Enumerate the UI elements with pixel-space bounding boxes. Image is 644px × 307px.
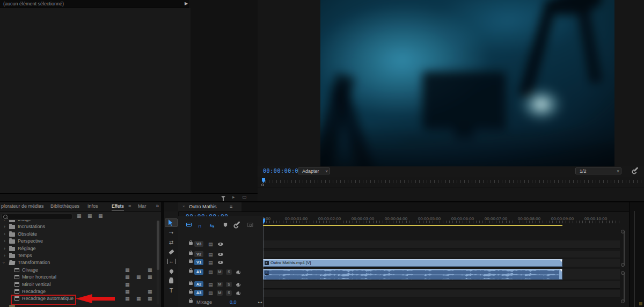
voiceover-mic-icon[interactable]	[237, 283, 239, 286]
effects-folder-image[interactable]: ›Image	[0, 220, 160, 223]
voiceover-mic-icon[interactable]	[237, 291, 239, 295]
add-marker-icon[interactable]	[224, 223, 228, 227]
tab-plorateur-de-m-dias[interactable]: plorateur de médias	[1, 203, 44, 209]
effect-item-miroir-horizontal[interactable]: Miroir horizontal▦▦▦	[0, 274, 160, 281]
yuv-effects-filter-icon[interactable]: ▦	[98, 213, 103, 220]
tab-infos[interactable]: Infos	[87, 203, 98, 209]
track-lane-a3[interactable]	[263, 290, 620, 297]
panel-grip[interactable]	[634, 211, 635, 307]
effect-item-miroir-vertical[interactable]: Miroir vertical▦	[0, 281, 160, 288]
sync-lock-icon[interactable]: ▤	[208, 252, 213, 257]
tool-hand[interactable]	[164, 276, 178, 285]
solo-button[interactable]: S	[226, 290, 232, 296]
accelerated-effects-filter-icon[interactable]: ▦	[77, 213, 82, 220]
tool-track-select-forward[interactable]: ⇢	[164, 228, 178, 237]
tool-pen[interactable]	[164, 267, 178, 275]
track-target-button-a3[interactable]: A3	[194, 290, 203, 296]
panel-menu-icon[interactable]: ≡	[230, 204, 232, 209]
overlay-icon[interactable]: ▭	[242, 194, 247, 200]
effects-folder-temps[interactable]: ›Temps	[0, 252, 160, 259]
collapse-icon[interactable]: ►◄	[258, 301, 262, 304]
settings-wrench-icon[interactable]	[633, 169, 639, 170]
scrollbar-knob[interactable]	[621, 230, 625, 233]
effects-folder-perspective[interactable]: ›Perspective	[0, 238, 160, 245]
timeline-content[interactable]: :00:0000:00:01:0000:00:02:0000:00:03:000…	[263, 216, 644, 307]
expand-arrow-icon[interactable]: ▶	[183, 0, 189, 8]
track-target-button-v2[interactable]: V2	[194, 251, 203, 257]
folder-chevron-icon[interactable]: ›	[4, 238, 5, 245]
program-timecode[interactable]: 00:00:00:00	[263, 168, 302, 174]
tab-mar[interactable]: Mar	[138, 203, 147, 209]
tab-biblioth-ques[interactable]: Bibliothèques	[50, 203, 79, 209]
folder-chevron-icon[interactable]: ›	[4, 223, 5, 230]
voiceover-mic-icon[interactable]	[237, 271, 239, 274]
lock-icon[interactable]	[189, 281, 193, 285]
tool-slip[interactable]: ↔	[164, 257, 178, 266]
folder-chevron-icon[interactable]: ›	[0, 262, 7, 264]
filter-icon[interactable]	[221, 196, 225, 199]
effects-scrollbar-thumb[interactable]	[157, 221, 159, 270]
sync-lock-icon[interactable]: ▤	[208, 282, 213, 287]
track-target-button-v1[interactable]: V1	[194, 259, 203, 265]
mute-button[interactable]: M	[217, 290, 223, 296]
track-target-button-a1[interactable]: A1	[194, 269, 203, 275]
effect-item-clivage[interactable]: Clivage▦▦	[0, 267, 160, 274]
monitor-mini-timeline[interactable]	[260, 178, 644, 185]
play-around-icon[interactable]: ▸	[232, 194, 235, 200]
linked-selection-icon[interactable]: ⇆	[210, 223, 214, 229]
lock-icon[interactable]	[189, 299, 193, 303]
audio-clip[interactable]	[263, 269, 562, 280]
video-clip[interactable]: Outro Mathis.mp4 [V]	[263, 259, 562, 267]
track-lane-a2[interactable]	[263, 281, 620, 289]
tool-razor[interactable]	[164, 247, 178, 256]
scrollbar-knob[interactable]	[621, 263, 625, 267]
track-lane-v3[interactable]	[263, 240, 620, 248]
scrollbar-knob[interactable]	[621, 271, 625, 275]
playhead-line[interactable]	[263, 223, 264, 307]
solo-button[interactable]: S	[226, 282, 232, 287]
zoom-level-dropdown[interactable]: 1/2 ∨	[575, 167, 621, 174]
lock-icon[interactable]	[189, 259, 193, 263]
track-lane-v2[interactable]	[263, 251, 620, 258]
lock-icon[interactable]	[189, 269, 193, 273]
tab-effets[interactable]: Effets	[112, 203, 124, 210]
track-visibility-eye-icon[interactable]	[218, 261, 223, 264]
folder-chevron-icon[interactable]: ›	[4, 252, 5, 259]
clip-out-handle[interactable]	[560, 260, 562, 262]
sequence-tab[interactable]: × Outro Mathis ≡	[178, 202, 241, 211]
track-target-button-v3[interactable]: V3	[194, 241, 203, 247]
fit-dropdown[interactable]: Adapter ∨	[298, 167, 330, 174]
solo-button[interactable]: S	[226, 269, 232, 275]
effects-folder-obsol-te[interactable]: ›Obsolète	[0, 231, 160, 238]
video-scrollbar[interactable]	[624, 231, 625, 265]
track-visibility-eye-icon[interactable]	[218, 243, 223, 246]
audio-scrollbar[interactable]	[624, 273, 625, 301]
folder-chevron-icon[interactable]: ›	[4, 231, 5, 238]
lock-icon[interactable]	[189, 241, 193, 245]
lock-icon[interactable]	[189, 290, 193, 294]
effects-folder-r-glage[interactable]: ›Réglage	[0, 245, 160, 252]
zoom-handle-knob[interactable]	[261, 184, 264, 186]
effects-search-input[interactable]	[1, 213, 73, 220]
scrollbar-knob[interactable]	[621, 299, 625, 303]
tool-selection[interactable]	[165, 218, 178, 227]
32bit-effects-filter-icon[interactable]: ▦	[87, 213, 92, 220]
mix-value[interactable]: 0,0	[230, 299, 237, 305]
nest-sequence-icon[interactable]	[186, 223, 192, 226]
snap-icon[interactable]: ∩	[197, 223, 201, 229]
lock-icon[interactable]	[189, 251, 193, 255]
folder-chevron-icon[interactable]: ›	[4, 245, 5, 252]
caption-icon[interactable]	[247, 223, 253, 227]
mute-button[interactable]: M	[217, 269, 223, 275]
mute-button[interactable]: M	[217, 282, 223, 287]
timeline-settings-wrench-icon[interactable]	[235, 223, 240, 224]
tool-ripple-edit[interactable]: ⇄	[164, 238, 178, 246]
program-monitor-video[interactable]	[320, 0, 614, 166]
folder-chevron-icon[interactable]: ›	[4, 220, 5, 223]
sync-lock-icon[interactable]: ▤	[208, 260, 213, 265]
sync-lock-icon[interactable]: ▤	[208, 242, 213, 247]
effects-panel-menu-icon[interactable]: ≡	[128, 203, 131, 209]
sync-lock-icon[interactable]: ▤	[208, 290, 213, 296]
effects-folder-transformation[interactable]: ›Transformation	[0, 259, 160, 266]
sync-lock-icon[interactable]: ▤	[208, 269, 213, 275]
